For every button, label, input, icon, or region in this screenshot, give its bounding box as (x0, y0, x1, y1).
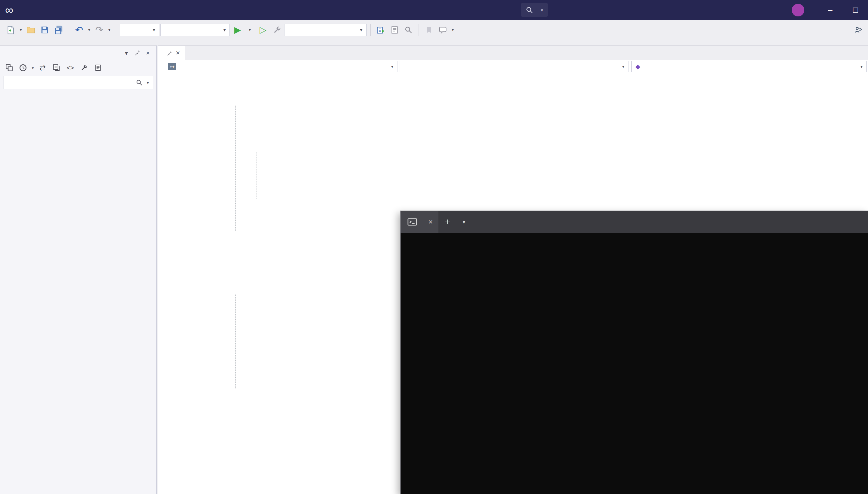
visual-studio-logo-icon: ∞ (0, 3, 18, 17)
window-controls: – □ (792, 0, 868, 20)
indent-guide (235, 294, 236, 388)
attach-process-icon (376, 25, 385, 34)
pin-icon[interactable] (167, 50, 172, 56)
toolbar-separator (116, 24, 116, 36)
collapse-all-button[interactable] (50, 62, 63, 74)
console-title-bar[interactable]: × + ▾ (401, 211, 868, 233)
chevron-down-icon: ▾ (541, 7, 543, 13)
chevron-down-icon[interactable]: ▾ (457, 219, 471, 225)
open-folder-button[interactable] (24, 23, 37, 37)
debug-console-window[interactable]: × + ▾ (400, 211, 868, 494)
indent-guide (256, 152, 257, 199)
clock-icon (19, 64, 27, 72)
chevron-down-icon[interactable]: ▾ (87, 27, 92, 32)
toolbar-overflow-icon[interactable]: ▾ (450, 27, 456, 32)
play-icon: ▶ (234, 24, 241, 35)
preview-icon (94, 64, 102, 72)
redo-icon: ↷ (95, 24, 103, 35)
search-input[interactable] (6, 78, 133, 87)
live-share-icon (854, 26, 862, 34)
panel-header: ▾ × (0, 46, 156, 60)
output-window-button[interactable] (388, 23, 401, 37)
pin-icon[interactable] (132, 49, 142, 57)
new-item-icon (6, 25, 15, 34)
solution-search-box[interactable]: ▾ (3, 76, 153, 89)
indent-guide (235, 104, 236, 231)
output-icon (390, 25, 399, 34)
chevron-down-icon: ▾ (355, 27, 363, 33)
close-icon[interactable]: × (176, 49, 180, 57)
preview-selected-items-button[interactable] (91, 62, 104, 74)
console-tab[interactable]: × (401, 211, 439, 233)
new-item-button[interactable] (4, 23, 17, 37)
save-button[interactable] (38, 23, 51, 37)
minimize-button[interactable]: – (817, 0, 843, 20)
chevron-down-icon[interactable]: ▾ (18, 27, 23, 32)
close-icon[interactable]: × (142, 50, 153, 57)
chevron-down-icon: ▾ (148, 27, 155, 33)
configuration-select[interactable]: ▾ (120, 24, 159, 36)
find-icon (404, 26, 412, 34)
console-icon (407, 218, 417, 226)
attach-process-button[interactable] (374, 23, 387, 37)
new-tab-button[interactable]: + (439, 216, 457, 227)
hot-reload-mode-select[interactable]: ▾ (285, 24, 367, 36)
wrench-icon (80, 64, 88, 72)
toolbar-separator (419, 24, 419, 36)
search-icon (526, 6, 533, 14)
find-in-files-button[interactable] (402, 23, 415, 37)
tab-test-cpp[interactable]: × (158, 46, 185, 60)
build-tools-button[interactable] (271, 23, 283, 37)
chevron-down-icon: ▾ (861, 64, 863, 69)
pending-changes-filter-button[interactable] (16, 62, 30, 74)
chevron-down-icon[interactable]: ▾ (107, 27, 112, 32)
bookmark-icon (425, 26, 433, 34)
console-output[interactable] (401, 233, 868, 241)
chevron-down-icon[interactable]: ▾ (121, 49, 132, 57)
editor-navigation-bar: ++ ▾ ▾ ◆ ▾ (158, 60, 868, 73)
sync-icon: ⇄ (39, 63, 46, 72)
project-dropdown[interactable]: ++ ▾ (164, 61, 398, 72)
search-icon (136, 79, 143, 86)
wrench-icon (273, 25, 282, 34)
live-share-button[interactable] (854, 26, 865, 34)
play-outline-icon: ▷ (260, 24, 267, 35)
scope-dropdown[interactable]: ▾ (400, 61, 629, 72)
open-folder-icon (26, 25, 36, 35)
bookmark-button[interactable] (423, 23, 435, 37)
platform-select[interactable]: ▾ (160, 24, 230, 36)
solution-explorer-toolbar: ▾ ⇄ <> (0, 60, 156, 75)
switch-views-button[interactable] (2, 62, 16, 74)
solution-explorer-panel: ▾ × ▾ ⇄ <> ▾ (0, 45, 157, 494)
sync-with-active-document-button[interactable]: ⇄ (36, 62, 49, 74)
view-code-button[interactable]: <> (64, 62, 77, 74)
chevron-down-icon: ▾ (218, 27, 226, 33)
comment-icon (439, 25, 447, 34)
method-icon: ◆ (635, 63, 640, 70)
close-icon[interactable]: × (428, 217, 433, 226)
chevron-down-icon: ▾ (391, 64, 393, 69)
chevron-down-icon[interactable]: ▾ (145, 80, 150, 85)
save-all-icon (54, 25, 63, 35)
save-all-button[interactable] (52, 23, 65, 37)
maximize-button[interactable]: □ (843, 0, 868, 20)
chevron-down-icon[interactable]: ▾ (30, 65, 35, 70)
solution-tree (0, 92, 156, 94)
search-control[interactable]: ▾ (521, 3, 548, 17)
editor-tab-bar: × (158, 45, 868, 60)
chevron-down-icon: ▾ (247, 27, 252, 32)
main-toolbar: ▾ ↶ ▾ ↷ ▾ ▾ ▾ ▶ ▾ ▷ ▾ (0, 20, 868, 40)
cpp-project-icon: ++ (168, 63, 176, 70)
toolbar-separator (370, 24, 371, 36)
chevron-down-icon: ▾ (622, 64, 624, 69)
avatar[interactable] (792, 4, 804, 16)
start-debugging-button[interactable]: ▶ ▾ (231, 23, 256, 37)
undo-button[interactable]: ↶ (73, 23, 85, 37)
comment-button[interactable] (437, 23, 449, 37)
undo-icon: ↶ (75, 24, 83, 35)
member-dropdown[interactable]: ◆ ▾ (631, 61, 867, 72)
switch-views-icon (5, 64, 13, 72)
properties-button[interactable] (78, 62, 91, 74)
start-without-debugging-button[interactable]: ▷ (257, 23, 269, 37)
redo-button[interactable]: ↷ (93, 23, 105, 37)
